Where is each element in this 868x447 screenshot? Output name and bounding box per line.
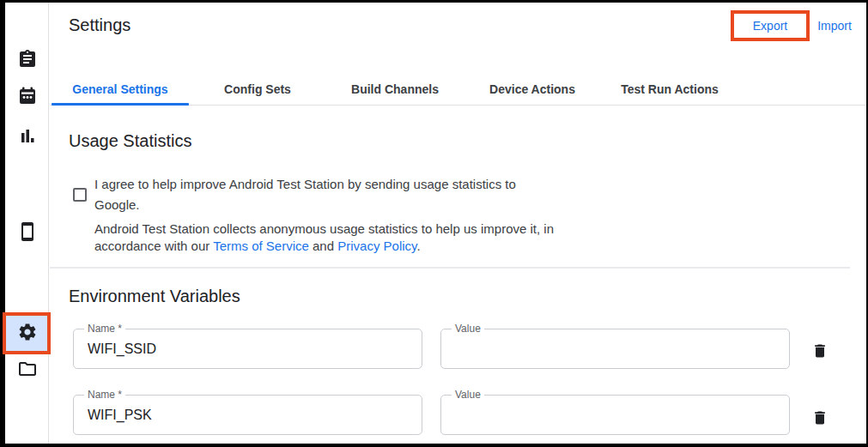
delete-env-var-button[interactable] xyxy=(810,343,829,362)
export-button[interactable]: Export xyxy=(753,19,787,33)
sidebar-item-settings[interactable] xyxy=(16,323,39,345)
active-tab-indicator xyxy=(52,103,189,106)
sidebar-item-schedule[interactable] xyxy=(16,87,39,109)
assignment-icon xyxy=(17,49,38,73)
privacy-policy-link[interactable]: Privacy Policy xyxy=(337,239,416,253)
page-title: Settings xyxy=(69,15,131,35)
android-test-station-window: Settings Export Import General Settings … xyxy=(5,3,866,444)
env-var-name-field: Name * xyxy=(73,395,422,435)
trash-icon xyxy=(811,342,829,363)
tab-general-settings[interactable]: General Settings xyxy=(52,73,189,105)
usage-statistics-checkbox-label: I agree to help improve Android Test Sta… xyxy=(94,174,562,215)
description-text: and xyxy=(309,239,337,253)
tab-test-run-actions[interactable]: Test Run Actions xyxy=(601,73,738,105)
tab-build-channels[interactable]: Build Channels xyxy=(326,73,464,105)
tab-config-sets[interactable]: Config Sets xyxy=(189,73,326,105)
sidebar-item-reports[interactable] xyxy=(16,126,39,148)
sidebar-item-test-suites[interactable] xyxy=(16,50,39,72)
delete-env-var-button[interactable] xyxy=(810,410,829,429)
sidebar-item-devices[interactable] xyxy=(16,222,39,245)
env-var-name-input[interactable] xyxy=(74,329,422,368)
usage-statistics-heading: Usage Statistics xyxy=(69,131,191,151)
usage-statistics-checkbox[interactable] xyxy=(73,188,87,202)
sidebar-item-files[interactable] xyxy=(16,359,39,382)
folder-icon xyxy=(17,359,38,383)
annotation-export-highlight: Export xyxy=(731,10,810,41)
terms-of-service-link[interactable]: Terms of Service xyxy=(213,239,309,253)
smartphone-icon xyxy=(17,221,38,245)
tab-device-actions[interactable]: Device Actions xyxy=(464,73,601,105)
description-text: . xyxy=(416,239,420,253)
env-var-value-field: Value xyxy=(440,395,790,435)
env-var-value-field: Value xyxy=(440,329,790,369)
calendar-icon xyxy=(17,86,38,110)
env-var-name-input[interactable] xyxy=(74,396,422,434)
import-button[interactable]: Import xyxy=(809,19,860,33)
env-var-value-input[interactable] xyxy=(441,396,789,434)
sidebar xyxy=(5,3,49,444)
bar-chart-icon xyxy=(17,125,38,149)
env-var-value-input[interactable] xyxy=(441,329,789,368)
usage-statistics-description: Android Test Station collects anonymous … xyxy=(94,220,605,255)
trash-icon xyxy=(811,409,829,430)
settings-gear-icon xyxy=(17,322,38,346)
section-divider xyxy=(50,267,850,269)
environment-variables-heading: Environment Variables xyxy=(69,287,240,306)
env-var-name-field: Name * xyxy=(73,329,422,369)
